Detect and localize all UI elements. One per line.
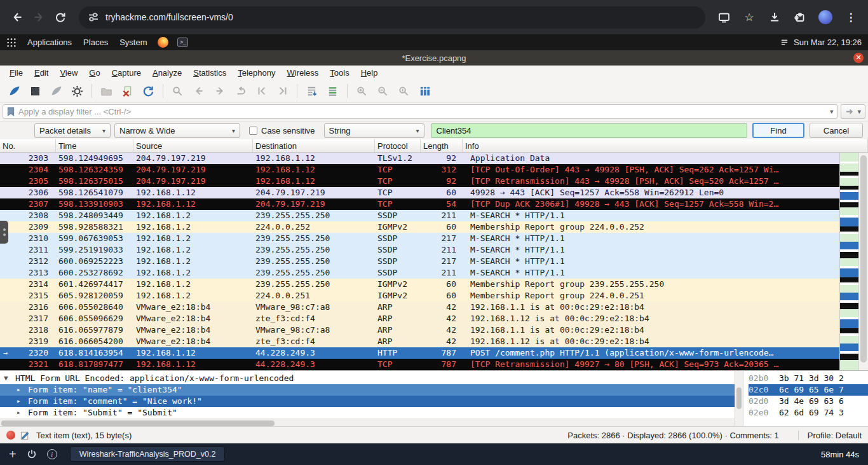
scrollbar-thumb[interactable] bbox=[1, 420, 275, 426]
desktop-menu-item[interactable]: Places bbox=[78, 34, 114, 50]
desktop-menu-item[interactable]: Applications bbox=[22, 34, 78, 50]
expert-info-icon[interactable] bbox=[6, 431, 15, 440]
restart-capture-icon[interactable] bbox=[48, 83, 65, 100]
column-header[interactable]: Time bbox=[56, 139, 133, 152]
cast-icon[interactable] bbox=[713, 6, 735, 28]
zoom-in-icon[interactable] bbox=[353, 83, 370, 100]
packet-row[interactable]: 2310 599.067639053 192.168.1.2 239.255.2… bbox=[0, 233, 839, 244]
detail-row[interactable]: ▸ Form item: "Submit" = "Submit" bbox=[0, 407, 735, 419]
display-filter-input[interactable]: ▾ bbox=[3, 104, 837, 119]
packet-row[interactable]: 2311 599.251919033 192.168.1.2 239.255.2… bbox=[0, 244, 839, 256]
packet-row[interactable]: 2313 600.253278692 192.168.1.2 239.255.2… bbox=[0, 267, 839, 279]
add-tab-icon[interactable]: + bbox=[9, 448, 17, 461]
apply-filter-arrow-icon[interactable] bbox=[845, 108, 855, 116]
expander-icon[interactable]: ▼ bbox=[4, 373, 10, 384]
capture-options-icon[interactable] bbox=[69, 83, 86, 100]
details-horizontal-scrollbar[interactable] bbox=[0, 419, 735, 426]
menu-item[interactable]: View bbox=[54, 66, 83, 80]
menu-item[interactable]: Statistics bbox=[187, 66, 232, 80]
packet-row[interactable]: 2317 606.055096629 VMware_e2:18:b4 zte_f… bbox=[0, 313, 839, 324]
close-window-icon[interactable]: ✕ bbox=[853, 53, 864, 63]
menu-item[interactable]: Wireless bbox=[281, 66, 325, 80]
hex-row[interactable]: 02e0 62 6d 69 74 3 bbox=[749, 407, 868, 419]
packet-row[interactable]: 2304 598.126324359 204.79.197.219 192.16… bbox=[0, 164, 839, 176]
detail-row[interactable]: ▸ Form item: "comment" = "Nice work!" bbox=[0, 396, 735, 407]
scrollbar-thumb[interactable] bbox=[736, 387, 742, 409]
zoom-100-icon[interactable] bbox=[395, 83, 412, 100]
tune-icon[interactable] bbox=[88, 11, 99, 23]
find-charset-select[interactable]: Narrow & Wide ▾ bbox=[114, 123, 240, 138]
go-first-icon[interactable] bbox=[253, 83, 270, 100]
scrollbar-thumb[interactable] bbox=[860, 155, 867, 363]
packet-row[interactable]: 2321 618.817897477 192.168.1.12 44.228.2… bbox=[0, 359, 839, 370]
open-file-icon[interactable] bbox=[98, 83, 115, 100]
close-file-icon[interactable] bbox=[119, 83, 136, 100]
vm-tab[interactable]: Wireshark-TrafficAnalysis_PROD_v0.2 bbox=[70, 447, 226, 462]
info-icon[interactable]: i bbox=[47, 449, 57, 459]
column-header[interactable]: Destination bbox=[253, 139, 375, 152]
bookmark-star-icon[interactable]: ☆ bbox=[738, 6, 760, 28]
start-capture-icon[interactable] bbox=[6, 83, 23, 100]
packet-row[interactable]: 2306 598.126541079 192.168.1.12 204.79.1… bbox=[0, 187, 839, 198]
url-bar[interactable]: tryhackme.com/fullscreen-vms/0 bbox=[79, 6, 705, 29]
cancel-button[interactable]: Cancel bbox=[810, 123, 863, 138]
case-sensitive-checkbox[interactable] bbox=[249, 127, 257, 135]
status-profile[interactable]: Profile: Default bbox=[798, 431, 862, 440]
menu-item[interactable]: Capture bbox=[106, 66, 147, 80]
find-packet-icon[interactable] bbox=[169, 83, 186, 100]
zoom-out-icon[interactable] bbox=[374, 83, 391, 100]
reload-icon[interactable] bbox=[50, 6, 71, 28]
column-header[interactable]: Info bbox=[463, 139, 868, 152]
stop-capture-icon[interactable] bbox=[27, 83, 44, 100]
case-sensitive-label[interactable]: Case sensitive bbox=[261, 126, 315, 135]
filter-bookmark-icon[interactable] bbox=[7, 107, 15, 116]
applications-grid-icon[interactable] bbox=[6, 38, 17, 48]
vm-side-panel-handle[interactable] bbox=[0, 221, 8, 244]
column-header[interactable]: Protocol bbox=[375, 139, 421, 152]
find-query-input[interactable] bbox=[431, 123, 747, 138]
filter-recent-chevron-icon[interactable]: ▾ bbox=[857, 108, 861, 116]
packet-row[interactable]: 2303 598.124949695 204.79.197.219 192.16… bbox=[0, 153, 839, 164]
auto-scroll-icon[interactable] bbox=[303, 83, 320, 100]
details-vertical-scrollbar[interactable] bbox=[735, 371, 743, 426]
expander-icon[interactable]: ▸ bbox=[17, 396, 23, 407]
reload-file-icon[interactable] bbox=[140, 83, 157, 100]
colorize-icon[interactable] bbox=[324, 83, 341, 100]
hex-row[interactable]: 02d0 3d 4e 69 63 6 bbox=[749, 396, 868, 407]
desktop-clock[interactable]: Sun Mar 22, 19:26 bbox=[794, 38, 862, 47]
terminal-icon[interactable]: >_ bbox=[177, 38, 188, 47]
go-forward-icon[interactable] bbox=[211, 83, 228, 100]
menu-item[interactable]: Tools bbox=[324, 66, 355, 80]
hex-row[interactable]: 02b0 3b 71 3d 30 2 bbox=[749, 373, 868, 384]
menu-item[interactable]: Help bbox=[355, 66, 384, 80]
menu-item[interactable]: Go bbox=[83, 66, 105, 80]
menu-kebab-icon[interactable]: ⋮ bbox=[840, 6, 862, 28]
filter-expression-chevron-icon[interactable]: ▾ bbox=[830, 108, 834, 116]
find-button[interactable]: Find bbox=[752, 123, 804, 138]
detail-row[interactable]: ▸ Form item: "name" = "client354" bbox=[0, 384, 735, 396]
capture-comments-icon[interactable] bbox=[20, 431, 30, 440]
find-type-select[interactable]: String ▾ bbox=[324, 123, 424, 138]
power-icon[interactable] bbox=[27, 449, 37, 459]
firefox-icon[interactable] bbox=[158, 37, 168, 48]
find-scope-select[interactable]: Packet details ▾ bbox=[34, 123, 111, 138]
menu-item[interactable]: Analyze bbox=[147, 66, 187, 80]
hex-row[interactable]: 02c0 6c 69 65 6e 7 bbox=[749, 384, 868, 396]
download-icon[interactable] bbox=[764, 6, 785, 28]
packet-row[interactable]: 2305 598.126375015 204.79.197.219 192.16… bbox=[0, 176, 839, 187]
packet-row[interactable]: 2309 598.928588321 192.168.1.2 224.0.0.2… bbox=[0, 221, 839, 233]
packet-list-scrollbar[interactable] bbox=[858, 153, 868, 370]
filter-text-input[interactable] bbox=[18, 107, 826, 116]
extensions-icon[interactable] bbox=[789, 6, 811, 28]
expander-icon[interactable]: ▸ bbox=[17, 384, 23, 396]
go-to-packet-icon[interactable] bbox=[232, 83, 249, 100]
packet-row[interactable]: 2307 598.133910903 192.168.1.12 204.79.1… bbox=[0, 198, 839, 210]
packet-row[interactable]: 2312 600.069252223 192.168.1.2 239.255.2… bbox=[0, 256, 839, 267]
expander-icon[interactable]: ▸ bbox=[17, 407, 23, 419]
packet-row[interactable]: 2319 616.066054200 VMware_e2:18:b4 zte_f… bbox=[0, 336, 839, 347]
menu-item[interactable]: File bbox=[4, 66, 29, 80]
desktop-menu-item[interactable]: System bbox=[114, 34, 153, 50]
go-back-icon[interactable] bbox=[190, 83, 207, 100]
packet-row[interactable]: →2320 618.814163954 192.168.1.12 44.228.… bbox=[0, 347, 839, 359]
menu-item[interactable]: Edit bbox=[29, 66, 54, 80]
